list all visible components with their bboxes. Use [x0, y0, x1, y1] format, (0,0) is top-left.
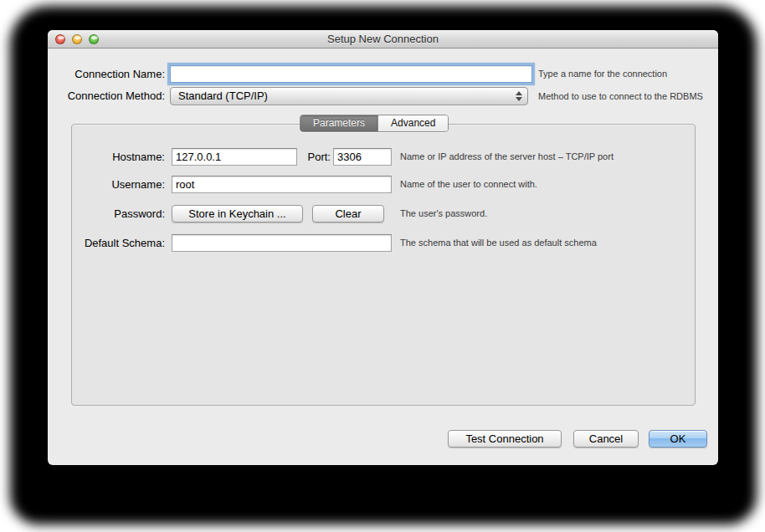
parameters-group-box	[71, 124, 696, 406]
default-schema-help: The schema that will be used as default …	[400, 238, 597, 248]
setup-new-connection-dialog: Setup New Connection Connection Name: Ty…	[48, 30, 718, 465]
window-title: Setup New Connection	[48, 30, 718, 49]
clear-password-button[interactable]: Clear	[312, 205, 384, 223]
username-help: Name of the user to connect with.	[400, 179, 537, 190]
username-label: Username:	[48, 176, 165, 193]
connection-method-value: Standard (TCP/IP)	[178, 90, 268, 102]
screenshot-stage: Setup New Connection Connection Name: Ty…	[0, 0, 765, 532]
test-connection-button[interactable]: Test Connection	[448, 430, 562, 448]
connection-name-input[interactable]	[170, 65, 532, 83]
title-bar[interactable]: Setup New Connection	[48, 30, 718, 49]
connection-name-label: Connection Name:	[48, 65, 165, 83]
connection-method-help: Method to use to connect to the RDBMS	[538, 91, 703, 102]
hostname-label: Hostname:	[48, 148, 165, 166]
default-schema-input[interactable]	[172, 234, 392, 252]
hostname-input[interactable]	[172, 148, 297, 166]
connection-name-help: Type a name for the connection	[538, 69, 667, 79]
port-label: Port:	[295, 148, 331, 166]
hostname-help: Name or IP address of the server host – …	[400, 151, 614, 162]
tab-bar: Parameters Advanced	[300, 115, 449, 132]
default-schema-label: Default Schema:	[48, 234, 165, 252]
tab-parameters[interactable]: Parameters	[300, 115, 377, 131]
password-help: The user's password.	[400, 208, 487, 219]
connection-method-dropdown[interactable]: Standard (TCP/IP)	[170, 87, 528, 105]
username-input[interactable]	[172, 176, 392, 193]
port-input[interactable]	[333, 148, 392, 166]
password-label: Password:	[48, 205, 165, 223]
connection-method-label: Connection Method:	[48, 87, 165, 105]
store-in-keychain-button[interactable]: Store in Keychain ...	[172, 205, 303, 223]
cancel-button[interactable]: Cancel	[573, 430, 639, 448]
popup-stepper-icon	[515, 90, 522, 102]
ok-button[interactable]: OK	[649, 430, 707, 448]
tab-advanced[interactable]: Advanced	[377, 115, 448, 131]
